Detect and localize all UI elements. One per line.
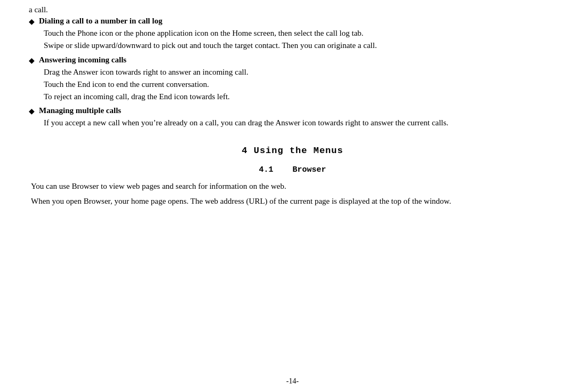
bullet-managing-header: ◆ Managing multiple calls [29, 106, 556, 116]
body-line-1: You can use Browser to view web pages an… [31, 180, 556, 193]
sub-number: 4.1 [259, 165, 273, 174]
bullet-dialing-body: Touch the Phone icon or the phone applic… [29, 27, 556, 52]
section-body: You can use Browser to view web pages an… [29, 180, 556, 207]
bullet-answering: ◆ Answering incoming calls Drag the Answ… [29, 55, 556, 103]
managing-line-1: If you accept a new call when you’re alr… [44, 117, 556, 129]
page-container: a call. ◆ Dialing a call to a number in … [0, 0, 585, 392]
chapter-title: 4 Us​ing the Menus [29, 146, 556, 156]
chapter-divider: 4 Us​ing the Menus 4.1 Browser You can u… [29, 146, 556, 207]
dialing-line-1: Touch the Phone icon or the phone applic… [44, 27, 556, 39]
answering-line-2: Touch the End icon to end the current co… [44, 78, 556, 91]
answering-line-3: To reject an incoming call, drag the End… [44, 91, 556, 103]
answering-line-1: Drag the Answer icon towards right to an… [44, 66, 556, 78]
bullet-answering-body: Drag the Answer icon towards right to an… [29, 66, 556, 103]
bullet-managing-title: Managing multiple calls [39, 106, 121, 115]
bullet-answering-header: ◆ Answering incoming calls [29, 55, 556, 65]
body-line-2: When you open Browser, your home page op… [31, 195, 556, 207]
diamond-icon-1: ◆ [29, 17, 35, 26]
bullet-dialing-title: Dialing a call to a number in call log [39, 17, 162, 26]
bullet-managing: ◆ Managing multiple calls If you accept … [29, 106, 556, 129]
diamond-icon-2: ◆ [29, 56, 35, 65]
bullet-dialing: ◆ Dialing a call to a number in call log… [29, 17, 556, 52]
sub-section-title: 4.1 Browser [29, 165, 556, 174]
bullet-managing-body: If you accept a new call when you’re alr… [29, 117, 556, 129]
diamond-icon-3: ◆ [29, 107, 35, 116]
dialing-line-2: Swipe or slide upward/downward to pick o… [44, 39, 556, 52]
sub-title: Browser [293, 165, 326, 174]
intro-text: a call. [29, 5, 556, 14]
bullet-dialing-header: ◆ Dialing a call to a number in call log [29, 17, 556, 26]
bullet-answering-title: Answering incoming calls [39, 55, 126, 65]
page-number: -14- [0, 377, 585, 386]
